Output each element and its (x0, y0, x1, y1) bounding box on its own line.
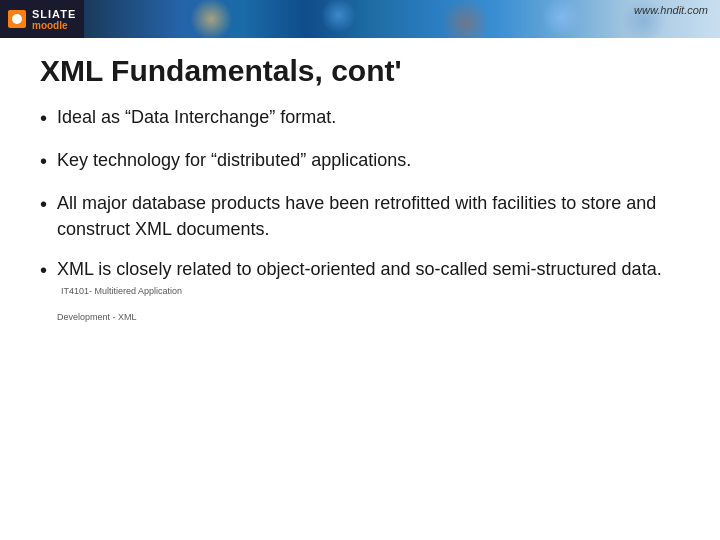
bullet-item-4: XML is closely related to object-oriente… (40, 256, 680, 334)
header-banner: www.hndit.com (84, 0, 720, 38)
bullet-text-2: Key technology for “distributed” applica… (57, 147, 680, 173)
slide-title: XML Fundamentals, cont' (40, 54, 680, 88)
logo-sliate-label: SLIATE (32, 8, 76, 20)
logo-text-block: SLIATE moodle (32, 8, 76, 31)
bullet-text-1: Ideal as “Data Interchange” format. (57, 104, 680, 130)
bullet-item-1: Ideal as “Data Interchange” format. (40, 104, 680, 133)
bullet-text-3: All major database products have been re… (57, 190, 680, 242)
logo-icon (8, 10, 26, 28)
bullet-text-4: XML is closely related to object-oriente… (57, 256, 680, 334)
bullet-item-2: Key technology for “distributed” applica… (40, 147, 680, 176)
slide-content: XML Fundamentals, cont' Ideal as “Data I… (0, 38, 720, 360)
bullet-list: Ideal as “Data Interchange” format. Key … (40, 104, 680, 334)
logo-moodle-label: moodle (32, 20, 68, 31)
footer-inline: IT4101- Multitiered Application Developm… (57, 286, 182, 322)
logo-area: SLIATE moodle (0, 0, 84, 38)
website-url: www.hndit.com (634, 4, 708, 16)
header-bar: SLIATE moodle www.hndit.com (0, 0, 720, 38)
bullet-item-3: All major database products have been re… (40, 190, 680, 242)
